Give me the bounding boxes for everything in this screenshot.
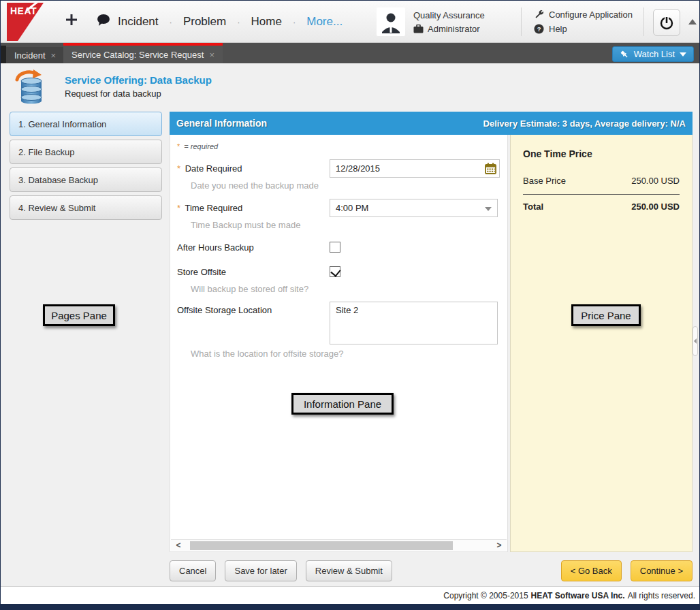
pane-collapse-handle[interactable] xyxy=(693,326,698,356)
configure-application-link[interactable]: Configure Application xyxy=(534,10,633,20)
price-pane: One Time Price Base Price 250.00 USD Tot… xyxy=(510,135,693,552)
user-role: Administrator xyxy=(428,24,480,34)
base-price-label: Base Price xyxy=(523,176,566,186)
tab-bar-edge xyxy=(1,46,6,63)
store-offsite-label: Store Offsite xyxy=(177,267,330,277)
go-back-button[interactable]: < Go Back xyxy=(561,560,622,581)
section-title: General Information xyxy=(176,118,267,129)
help-link[interactable]: ? Help xyxy=(534,24,633,34)
header-separator xyxy=(521,7,522,36)
collapse-header-arrow[interactable] xyxy=(688,19,697,25)
nav-home[interactable]: Home xyxy=(249,15,285,29)
page-step-review-submit[interactable]: 4. Review & Submit xyxy=(10,195,162,220)
section-header-bar: General Information Delivery Estimate: 3… xyxy=(170,112,693,135)
continue-button[interactable]: Continue > xyxy=(631,560,693,581)
scrollbar-track[interactable] xyxy=(186,541,492,550)
base-price-value: 250.00 USD xyxy=(631,176,680,186)
footer: Copyright © 2005-2015 HEAT Software USA … xyxy=(1,586,699,604)
time-required-select[interactable]: 4:00 PM xyxy=(330,199,498,217)
store-offsite-checkbox[interactable] xyxy=(330,266,340,277)
delivery-estimate: Delivery Estimate: 3 days, Average deliv… xyxy=(483,118,686,129)
offsite-storage-location-label: Offsite Storage Location xyxy=(177,302,330,315)
header-separator xyxy=(643,7,644,36)
copyright-suffix: All rights reserved. xyxy=(628,591,695,600)
logout-button[interactable] xyxy=(653,9,680,36)
power-icon xyxy=(658,14,675,31)
store-offsite-helper: Will backup be stored off site? xyxy=(191,284,498,294)
required-note-text: = required xyxy=(184,142,218,150)
action-bar: Cancel Save for later Review & Submit < … xyxy=(170,560,693,581)
save-for-later-button[interactable]: Save for later xyxy=(225,560,296,581)
offering-title: Service Offering: Data Backup xyxy=(65,74,212,86)
price-pane-title: One Time Price xyxy=(523,148,680,159)
required-note: * = required xyxy=(177,142,498,150)
watch-list-label: Watch List xyxy=(634,49,675,59)
horizontal-scrollbar[interactable]: < > xyxy=(171,539,507,551)
scroll-right-arrow[interactable]: > xyxy=(492,541,507,550)
required-star: * xyxy=(177,142,180,150)
tab-incident-label: Incident xyxy=(14,50,46,61)
copyright-prefix: Copyright © 2005-2015 xyxy=(443,591,528,600)
pages-pane: 1. General Information 2. File Backup 3.… xyxy=(10,112,162,220)
nav-separator-dot: · xyxy=(237,17,240,27)
main-nav: Incident · Problem · Home · More... xyxy=(115,1,345,43)
review-submit-button[interactable]: Review & Submit xyxy=(306,560,392,581)
user-name: Quality Assurance xyxy=(413,10,485,20)
page-step-database-backup[interactable]: 3. Database Backup xyxy=(10,167,162,192)
base-price-row: Base Price 250.00 USD xyxy=(523,176,680,195)
calendar-icon[interactable] xyxy=(485,163,496,176)
pushpin-icon xyxy=(620,50,629,59)
required-star: * xyxy=(177,163,180,174)
nav-incident[interactable]: Incident xyxy=(115,15,161,29)
nav-separator-dot: · xyxy=(170,17,172,27)
after-hours-backup-label: After Hours Backup xyxy=(177,242,330,253)
annotation-information-pane: Information Pane xyxy=(291,393,394,415)
time-required-label: * Time Required xyxy=(177,203,330,213)
chevron-left-icon xyxy=(694,338,697,344)
offsite-storage-location-helper: What is the location for offsite storage… xyxy=(191,349,498,359)
time-required-value: 4:00 PM xyxy=(336,203,368,213)
copyright-company: HEAT Software USA Inc. xyxy=(531,591,625,600)
tab-close-icon[interactable]: × xyxy=(209,50,214,60)
information-pane: * = required * Date Required xyxy=(170,135,508,552)
scroll-left-arrow[interactable]: < xyxy=(171,541,186,550)
wrench-icon xyxy=(534,10,544,20)
tab-bar: Incident × Service Catalog: Service Requ… xyxy=(1,43,699,63)
user-block[interactable]: Quality Assurance Administrator xyxy=(377,7,485,36)
chevron-down-icon xyxy=(680,52,686,57)
scrollbar-thumb[interactable] xyxy=(190,541,453,550)
nav-separator-dot: · xyxy=(293,17,296,27)
page-step-file-backup[interactable]: 2. File Backup xyxy=(10,140,162,164)
chat-icon[interactable] xyxy=(96,14,111,29)
offering-header: Service Offering: Data Backup Request fo… xyxy=(13,69,212,104)
cancel-button[interactable]: Cancel xyxy=(170,560,216,581)
date-required-helper: Date you need the backup made xyxy=(191,180,498,191)
offering-subtitle: Request for data backup xyxy=(65,89,212,99)
heat-logo[interactable]: HEAT xyxy=(7,3,44,41)
total-value: 250.00 USD xyxy=(631,202,680,212)
tab-close-icon[interactable]: × xyxy=(51,50,57,61)
page-step-general-information[interactable]: 1. General Information xyxy=(10,112,162,136)
person-icon xyxy=(379,10,402,33)
nav-problem[interactable]: Problem xyxy=(180,15,229,29)
watch-list-button[interactable]: Watch List xyxy=(612,46,694,62)
help-label: Help xyxy=(549,24,567,34)
help-icon: ? xyxy=(534,24,544,34)
tab-service-catalog[interactable]: Service Catalog: Service Request × xyxy=(63,43,223,63)
tab-service-catalog-label: Service Catalog: Service Request xyxy=(71,50,204,60)
configure-application-label: Configure Application xyxy=(549,10,633,20)
offsite-storage-location-textarea[interactable]: Site 2 xyxy=(330,302,498,344)
heat-logo-text: HEAT xyxy=(10,5,37,16)
new-record-icon[interactable] xyxy=(65,13,78,29)
total-price-row: Total 250.00 USD xyxy=(523,195,680,212)
svg-text:?: ? xyxy=(537,26,541,33)
total-label: Total xyxy=(523,202,543,212)
bottom-navy-strip xyxy=(1,604,699,609)
tab-incident[interactable]: Incident × xyxy=(6,47,64,63)
briefcase-icon xyxy=(413,25,424,33)
date-required-input[interactable] xyxy=(330,159,500,178)
nav-more[interactable]: More... xyxy=(304,15,345,29)
annotation-price-pane: Price Pane xyxy=(571,304,641,326)
data-backup-icon xyxy=(13,69,48,104)
after-hours-backup-checkbox[interactable] xyxy=(330,242,340,253)
